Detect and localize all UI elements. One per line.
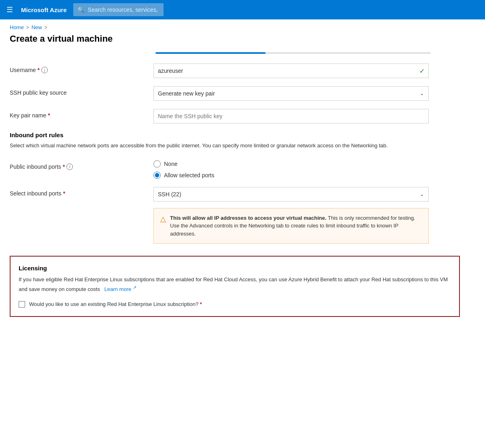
public-inbound-info-icon[interactable]: i: [66, 163, 73, 170]
checkbox-required: *: [200, 301, 202, 307]
key-pair-input[interactable]: [153, 109, 429, 123]
username-label: Username * i: [10, 64, 153, 73]
licensing-desc: If you have eligible Red Hat Enterprise …: [19, 276, 451, 294]
licensing-checkbox[interactable]: [19, 301, 25, 308]
username-valid-icon: ✓: [419, 67, 425, 75]
select-inbound-control: SSH (22) HTTP (80) HTTPS (443) RDP (3389…: [153, 187, 429, 244]
page-title: Create a virtual machine: [0, 32, 485, 52]
username-input[interactable]: [153, 64, 429, 78]
breadcrumb-sep-2: >: [45, 25, 47, 30]
inbound-heading: Inbound port rules: [10, 132, 64, 138]
ssh-source-row: SSH public key source Generate new key p…: [10, 86, 460, 101]
warning-bold-text: This will allow all IP addresses to acce…: [170, 215, 326, 221]
external-link-icon: ↗: [133, 285, 136, 290]
breadcrumb-sep-1: >: [26, 25, 29, 30]
licensing-section: Licensing If you have eligible Red Hat E…: [10, 256, 460, 317]
public-inbound-required: *: [63, 163, 65, 170]
licensing-checkbox-row: Would you like to use an existing Red Ha…: [19, 300, 451, 308]
hamburger-menu-icon[interactable]: ☰: [5, 4, 15, 16]
radio-none-input[interactable]: [153, 160, 161, 168]
select-inbound-row: Select inbound ports * SSH (22) HTTP (80…: [10, 187, 460, 244]
username-input-wrapper: ✓: [153, 64, 429, 78]
progress-fill: [155, 52, 266, 54]
breadcrumb-home[interactable]: Home: [10, 24, 24, 30]
inbound-desc: Select which virtual machine network por…: [10, 142, 388, 150]
select-inbound-required: *: [63, 190, 65, 197]
ssh-source-label: SSH public key source: [10, 86, 153, 96]
username-control: ✓: [153, 64, 429, 78]
warning-triangle-icon: △: [160, 214, 166, 238]
inbound-ports-select-wrapper: SSH (22) HTTP (80) HTTPS (443) RDP (3389…: [153, 187, 429, 202]
radio-group: None Allow selected ports: [153, 160, 429, 179]
username-required: *: [38, 67, 40, 73]
radio-allow-option[interactable]: Allow selected ports: [153, 172, 429, 179]
select-inbound-label: Select inbound ports *: [10, 187, 153, 197]
warning-text: This will allow all IP addresses to acce…: [170, 214, 422, 238]
licensing-checkbox-label: Would you like to use an existing Red Ha…: [29, 300, 202, 308]
public-inbound-label: Public inbound ports * i: [10, 160, 153, 170]
licensing-heading: Licensing: [19, 265, 451, 272]
warning-box: △ This will allow all IP addresses to ac…: [153, 208, 429, 244]
search-wrapper: 🔍: [73, 3, 389, 16]
azure-logo: Microsoft Azure: [21, 6, 67, 13]
public-inbound-row: Public inbound ports * i None Allow sele…: [10, 160, 460, 179]
username-info-icon[interactable]: i: [41, 67, 48, 73]
progress-track: [155, 52, 431, 54]
key-pair-control: [153, 109, 429, 123]
key-pair-required: *: [48, 112, 50, 119]
topbar: ☰ Microsoft Azure 🔍: [0, 0, 485, 19]
ssh-source-select[interactable]: Generate new key pair Use existing key s…: [153, 86, 429, 101]
radio-none-label: None: [164, 161, 177, 167]
key-pair-label: Key pair name *: [10, 109, 153, 119]
learn-more-link[interactable]: Learn more: [104, 286, 131, 292]
radio-allow-input[interactable]: [153, 172, 161, 179]
ssh-source-select-wrapper: Generate new key pair Use existing key s…: [153, 86, 429, 101]
ssh-source-control: Generate new key pair Use existing key s…: [153, 86, 429, 101]
progress-area: [10, 52, 460, 54]
search-input[interactable]: [73, 3, 164, 16]
inbound-ports-select[interactable]: SSH (22) HTTP (80) HTTPS (443) RDP (3389…: [153, 187, 429, 202]
breadcrumb: Home > New >: [0, 19, 485, 32]
username-row: Username * i ✓: [10, 64, 460, 78]
key-pair-input-wrapper: [153, 109, 429, 123]
radio-allow-label: Allow selected ports: [164, 172, 215, 178]
key-pair-row: Key pair name *: [10, 109, 460, 123]
public-inbound-control: None Allow selected ports: [153, 160, 429, 179]
radio-none-option[interactable]: None: [153, 160, 429, 168]
breadcrumb-new[interactable]: New: [32, 24, 42, 30]
inbound-rules-section: Inbound port rules Select which virtual …: [10, 132, 460, 156]
main-content: Username * i ✓ SSH public key source Gen…: [0, 52, 470, 333]
